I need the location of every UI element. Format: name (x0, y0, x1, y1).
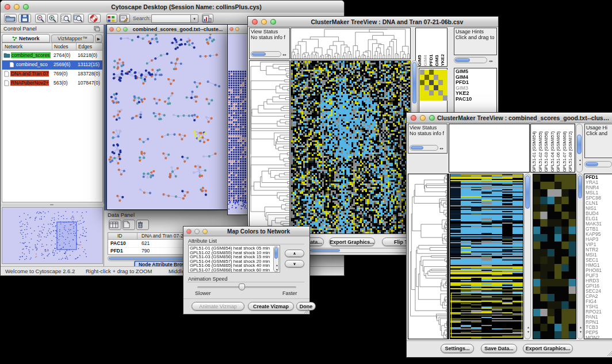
matrix-cell[interactable] (443, 95, 447, 101)
delete-attribute-button[interactable] (136, 220, 149, 230)
matrix-cell[interactable] (420, 75, 424, 80)
resize-grip[interactable] (606, 350, 612, 356)
animate-vizmap-button[interactable]: Animate Vizmap (192, 302, 244, 311)
matrix-cell[interactable] (429, 70, 434, 75)
zoom-label[interactable]: PAC10 (456, 97, 495, 102)
row-dendrogram-canvas[interactable] (408, 174, 449, 339)
vizmapper-button[interactable] (106, 14, 117, 23)
zoom-button[interactable] (23, 4, 29, 10)
matrix-cell[interactable] (438, 85, 443, 90)
column-dendrogram-panel[interactable] (290, 28, 411, 59)
column-label[interactable]: GPL51-04 (GSM857) (550, 124, 556, 172)
zoom-button[interactable] (202, 229, 208, 234)
matrix-cell[interactable] (443, 90, 447, 95)
matrix-cell[interactable] (438, 75, 443, 80)
heatmap-canvas[interactable] (291, 61, 410, 233)
dialog-title-bar[interactable]: Map Colors to Network (183, 227, 309, 236)
close-button[interactable] (252, 19, 258, 25)
scroll-arrows[interactable]: ◂▸ (282, 52, 287, 56)
matrix-cell[interactable] (420, 95, 424, 101)
column-label[interactable]: GIM3 (434, 28, 440, 66)
column-label[interactable]: PAC10 (446, 28, 447, 66)
minimize-button[interactable] (116, 27, 121, 32)
matrix-cell[interactable] (434, 70, 438, 75)
column-dendrogram-canvas[interactable] (291, 28, 410, 59)
minimize-button[interactable] (235, 27, 239, 31)
network-table-row[interactable]: DNA and Tran 07769(0)183728(0) (2, 70, 102, 79)
search-input[interactable] (151, 14, 190, 23)
heatmap-hscrollbar[interactable] (309, 248, 411, 253)
matrix-cell[interactable] (438, 70, 443, 75)
matrix-cell[interactable] (434, 75, 438, 80)
matrix-cell[interactable] (429, 85, 434, 90)
column-label[interactable]: GPL51-01 (GSM854) (531, 124, 538, 172)
network2-canvas[interactable] (228, 34, 247, 214)
usage-hints-scrollbar[interactable] (584, 161, 612, 167)
scroll-arrows[interactable]: ◂▸ (439, 146, 444, 150)
network-table-row[interactable]: combined_sco2569(6)13112(15) (2, 60, 102, 70)
row-dendrogram-panel[interactable] (249, 60, 290, 234)
zoom-heatmap-panel[interactable] (533, 174, 576, 339)
close-button[interactable] (186, 229, 192, 234)
matrix-cell[interactable] (443, 75, 447, 80)
matrix-cell[interactable] (429, 95, 434, 101)
matrix-cell[interactable] (443, 80, 447, 85)
heatmap-panel[interactable] (450, 174, 523, 339)
treeview2-title-bar[interactable]: ClusterMaker TreeView : combined_scores_… (407, 113, 612, 123)
matrix-cell[interactable] (434, 95, 438, 101)
column-label[interactable]: GPL51-02 (GSM855) (538, 124, 544, 172)
network-table-row[interactable]: RNAPuberNov2+563(0)107847(0) (2, 79, 102, 88)
matrix-cell[interactable] (434, 85, 438, 90)
table-select-button[interactable] (109, 220, 121, 230)
matrix-cell[interactable] (443, 70, 447, 75)
zoom-in-button[interactable] (47, 14, 58, 23)
close-button[interactable] (5, 4, 10, 10)
open-session-button[interactable] (4, 14, 17, 23)
usage-hints-scrollbar[interactable] (454, 57, 487, 63)
save-data-button[interactable]: Save Data... (481, 344, 517, 353)
help-button[interactable] (88, 14, 101, 23)
float-panel-icon[interactable] (94, 26, 100, 32)
column-label[interactable]: GPL51-06 (GSM865) (556, 124, 562, 172)
zoom-fit-button[interactable] (60, 14, 71, 23)
matrix-cell[interactable] (424, 85, 429, 90)
close-button[interactable] (411, 115, 416, 121)
speed-slider-track[interactable] (197, 286, 296, 288)
column-label[interactable]: GPL51-08 (GSM872) (568, 124, 574, 172)
network-overview[interactable] (2, 207, 103, 264)
labels-vscrollbar[interactable]: ▴▾ (576, 124, 583, 173)
matrix-cell[interactable] (438, 80, 443, 85)
heatmap-panel[interactable] (290, 60, 411, 234)
matrix-cell[interactable] (424, 70, 429, 75)
similarity-matrix[interactable] (420, 70, 447, 101)
col-header-nodes[interactable]: Nodes (54, 44, 68, 49)
column-label[interactable]: GIM5 (417, 28, 423, 66)
zoom-button[interactable] (429, 115, 435, 121)
col-header-network[interactable]: Network (5, 44, 22, 49)
col-header-edges[interactable]: Edges (78, 44, 92, 49)
matrix-cell[interactable] (424, 90, 429, 95)
tab-vizmapper[interactable]: VizMapper™ (51, 35, 94, 43)
matrix-cell[interactable] (420, 90, 424, 95)
network-table-row[interactable]: combined_scores2764(0)16218(0) (2, 51, 102, 60)
treeview1-title-bar[interactable]: ClusterMaker TreeView : DNA and Tran 07-… (248, 17, 498, 27)
network-window2-title-bar[interactable] (228, 25, 248, 34)
move-down-button[interactable]: ∨ (285, 260, 304, 267)
close-button[interactable] (230, 27, 234, 31)
tab-overflow-arrow[interactable]: ▶ (95, 35, 102, 43)
matrix-cell[interactable] (434, 90, 438, 95)
resize-grip[interactable] (303, 308, 309, 313)
zoom-selected-button[interactable] (73, 14, 84, 23)
column-label[interactable]: GPL51-07 (GSM868) (562, 124, 568, 172)
close-button[interactable] (109, 27, 114, 32)
matrix-cell[interactable] (438, 95, 443, 101)
heatmap-canvas[interactable] (450, 174, 523, 339)
matrix-cell[interactable] (429, 75, 434, 80)
new-attribute-button[interactable] (123, 220, 135, 230)
minimize-button[interactable] (14, 4, 20, 10)
id-column-header[interactable]: ID (117, 233, 123, 239)
matrix-cell[interactable] (438, 90, 443, 95)
matrix-cell[interactable] (429, 80, 434, 85)
matrix-cell[interactable] (420, 85, 424, 90)
column-label[interactable]: PFD1 (429, 28, 434, 66)
